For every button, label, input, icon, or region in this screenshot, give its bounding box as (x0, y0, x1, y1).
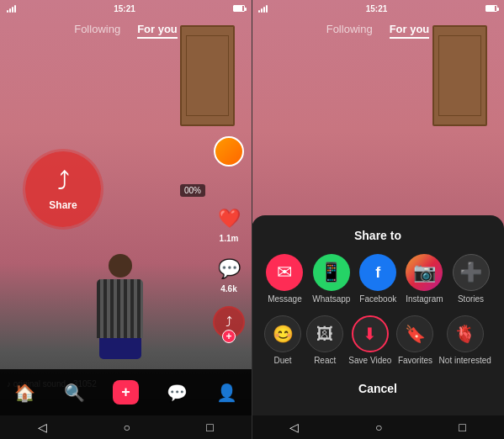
person-head (109, 254, 132, 278)
share-sheet-title: Share to (262, 229, 494, 242)
share-whatsapp-item[interactable]: 📱 Whatsapp (312, 254, 350, 304)
home-tab[interactable]: 🏠 (14, 383, 35, 403)
share-instagram-item[interactable]: 📷 Instagram (406, 254, 443, 304)
right-sidebar: + ❤️ 1.1m 💬 4.6k ⤴ (213, 136, 245, 338)
right-tab-for-you[interactable]: For you (390, 21, 430, 39)
person-body (97, 279, 143, 338)
create-button[interactable]: + (113, 380, 139, 405)
profile-tab[interactable]: 👤 (216, 383, 237, 403)
comment-section[interactable]: 💬 4.6k (215, 256, 242, 294)
right-status-time: 15:21 (366, 4, 388, 13)
tab-for-you[interactable]: For you (137, 21, 178, 39)
duet-icon: 😊 (264, 315, 301, 352)
right-battery-icon (485, 5, 497, 12)
right-signal-bar-2 (261, 8, 263, 13)
duet-item[interactable]: 😊 Duet (264, 315, 301, 365)
like-count: 1.1m (220, 234, 239, 243)
facebook-icon: f (359, 254, 396, 291)
nav-tabs: Following For you (0, 21, 252, 39)
favorites-label: Favorites (398, 356, 432, 365)
inbox-tab[interactable]: 💬 (167, 383, 188, 403)
right-nav-tabs: Following For you (252, 21, 504, 39)
save-video-label: Save Video (348, 356, 391, 365)
avatar (214, 136, 244, 167)
percent-label: 00% (180, 184, 205, 197)
status-time: 15:21 (114, 4, 135, 13)
back-button-left[interactable]: ◁ (38, 420, 47, 434)
signal-bars (7, 4, 16, 13)
share-overlay[interactable]: ⤴ Share (25, 151, 101, 227)
share-message-item[interactable]: ✉ Message (266, 254, 303, 304)
react-icon: 🖼 (306, 315, 343, 352)
right-signal-indicator (258, 4, 268, 13)
share-sheet: Share to ✉ Message 📱 Whatsapp f Facebook… (252, 215, 504, 415)
follow-button[interactable]: + (222, 330, 236, 343)
instagram-label: Instagram (406, 294, 443, 304)
right-signal-bar-4 (266, 5, 268, 13)
avatar-section[interactable]: + (214, 136, 244, 167)
right-status-right (485, 5, 497, 12)
tab-following[interactable]: Following (74, 21, 120, 39)
react-label: React (314, 356, 336, 365)
home-button-left[interactable]: ○ (124, 420, 130, 434)
right-signal-bar-1 (258, 10, 260, 13)
not-interested-item[interactable]: 🫀 Not interested (439, 315, 491, 365)
search-tab[interactable]: 🔍 (64, 383, 85, 403)
status-right (233, 5, 245, 12)
person (91, 254, 150, 355)
right-signal-bars (258, 4, 268, 13)
battery-icon (233, 5, 245, 12)
signal-bar-1 (7, 10, 8, 13)
right-room-door (432, 25, 487, 126)
signal-bar-2 (9, 8, 11, 13)
comment-icon: 💬 (215, 256, 242, 283)
right-status-bar: 15:21 (252, 0, 504, 17)
favorites-item[interactable]: 🔖 Favorites (396, 315, 433, 365)
not-interested-label: Not interested (439, 356, 491, 365)
share-small-icon: ⤴ (225, 315, 232, 330)
home-button-right[interactable]: ○ (375, 420, 382, 434)
system-nav-right: ◁ ○ □ (252, 415, 504, 439)
cancel-button[interactable]: Cancel (262, 375, 494, 402)
heart-icon: ❤️ (215, 205, 242, 232)
recent-button-left[interactable]: □ (206, 420, 213, 434)
status-bar: 15:21 (0, 0, 252, 17)
right-tab-following[interactable]: Following (326, 21, 373, 39)
instagram-icon: 📷 (406, 254, 443, 291)
share-big-icon: ⤴ (57, 167, 70, 196)
save-video-icon: ⬇ (352, 315, 389, 352)
like-section[interactable]: ❤️ 1.1m (215, 205, 242, 243)
signal-bar-3 (12, 7, 13, 13)
share-functions-row: 😊 Duet 🖼 React ⬇ Save Video 🔖 Favorites … (262, 315, 494, 365)
signal-bar-4 (14, 5, 16, 13)
bottom-bar: 🏠 🔍 + 💬 👤 (0, 369, 252, 415)
back-button-right[interactable]: ◁ (289, 420, 299, 434)
panel-divider (252, 0, 252, 439)
whatsapp-label: Whatsapp (312, 294, 350, 304)
battery-fill (234, 6, 242, 11)
share-big-circle[interactable]: ⤴ Share (25, 151, 101, 227)
message-icon: ✉ (266, 254, 303, 291)
share-big-label: Share (49, 199, 77, 211)
stories-label: Stories (458, 294, 484, 304)
favorites-icon: 🔖 (396, 315, 433, 352)
whatsapp-icon: 📱 (313, 254, 350, 291)
react-item[interactable]: 🖼 React (306, 315, 343, 365)
signal-indicator (7, 4, 16, 13)
share-stories-item[interactable]: ➕ Stories (453, 254, 490, 304)
recent-button-right[interactable]: □ (459, 420, 465, 434)
right-phone-screen: 15:21 Following For you + ❤️ 1.1m Share … (252, 0, 504, 439)
share-apps-row: ✉ Message 📱 Whatsapp f Facebook 📷 Instag… (262, 254, 494, 304)
comment-count: 4.6k (220, 284, 236, 294)
right-battery-fill (486, 6, 495, 11)
message-label: Message (268, 294, 302, 304)
share-facebook-item[interactable]: f Facebook (359, 254, 396, 304)
room-door (180, 25, 235, 126)
person-legs (99, 338, 141, 359)
facebook-label: Facebook (359, 294, 396, 304)
stories-icon: ➕ (453, 254, 490, 291)
right-signal-bar-3 (263, 7, 265, 13)
not-interested-icon: 🫀 (447, 315, 484, 352)
system-nav-left: ◁ ○ □ (0, 415, 252, 439)
save-video-item[interactable]: ⬇ Save Video (348, 315, 391, 365)
